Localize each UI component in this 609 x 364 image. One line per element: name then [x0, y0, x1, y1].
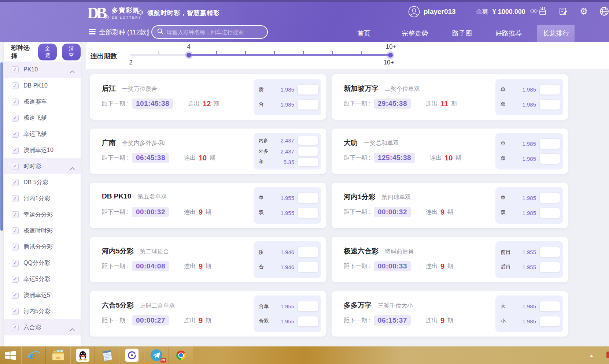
slider-handle-low[interactable]: [185, 51, 193, 59]
user-block[interactable]: player013 余额 ¥ 1000.000: [408, 6, 538, 18]
card-title-row: 多多万字 三奖千位大小: [344, 301, 413, 310]
checkbox-checked-icon[interactable]: [12, 179, 19, 186]
checkbox-checked-icon[interactable]: [12, 82, 19, 89]
bet-amount-input[interactable]: [298, 247, 318, 257]
telegram-icon[interactable]: 89: [144, 346, 169, 364]
bet-amount-input[interactable]: [298, 157, 318, 167]
chevron-up-icon[interactable]: [70, 68, 75, 75]
select-all-button[interactable]: 全选: [38, 44, 57, 60]
bet-amount-input[interactable]: [539, 138, 560, 149]
bet-amount-input[interactable]: [298, 84, 318, 95]
checkbox-checked-icon[interactable]: [12, 195, 19, 202]
internet-explorer-icon[interactable]: e: [21, 346, 46, 364]
nav-item[interactable]: 长龙排行: [537, 25, 575, 42]
sidebar-lottery-item[interactable]: 极速时时彩: [4, 223, 81, 239]
sidebar-lottery-item[interactable]: 六合彩: [4, 319, 81, 335]
checkbox-checked-icon[interactable]: [12, 244, 19, 250]
bet-amount-input[interactable]: [539, 208, 560, 218]
bet-amount-input[interactable]: [298, 208, 318, 218]
card-info-row: 距下一期 : 00:00:32 连出 9 期: [102, 207, 211, 217]
checkbox-checked-icon[interactable]: [12, 147, 19, 154]
bet-amount-input[interactable]: [539, 262, 560, 272]
sidebar-lottery-item[interactable]: 澳洲幸运10: [4, 142, 81, 158]
search-input[interactable]: [167, 29, 262, 35]
chevron-up-icon[interactable]: [70, 165, 75, 171]
chrome-icon[interactable]: [169, 346, 193, 364]
play-name: 全奖内多外多-和: [122, 140, 165, 147]
checkbox-checked-icon[interactable]: [12, 131, 19, 138]
lottery-item-label: 澳洲幸运10: [23, 146, 53, 154]
sidebar-lottery-item[interactable]: 时时彩: [4, 158, 81, 174]
slider-fill: [189, 54, 390, 56]
phone-app-icon[interactable]: [119, 346, 144, 364]
checkbox-checked-icon[interactable]: [12, 66, 19, 73]
checkbox-checked-icon[interactable]: [12, 276, 19, 283]
notepad-icon[interactable]: [95, 346, 119, 364]
checkbox-checked-icon[interactable]: [12, 292, 19, 299]
checkbox-checked-icon[interactable]: [12, 115, 19, 122]
sidebar-lottery-item[interactable]: 幸运5分彩: [4, 271, 81, 287]
sidebar-lottery-item[interactable]: 极速赛车: [4, 94, 81, 110]
checkbox-checked-icon[interactable]: [12, 260, 19, 267]
all-lotteries-label[interactable]: 全部彩种 (112款): [99, 28, 149, 37]
bet-amount-input[interactable]: [539, 84, 560, 95]
nav-item[interactable]: 完整走势: [400, 25, 429, 42]
globe-icon[interactable]: [599, 7, 609, 16]
bet-amount-input[interactable]: [298, 301, 318, 312]
qq-icon[interactable]: [70, 346, 95, 364]
sidebar-lottery-item[interactable]: 幸运飞艇: [4, 126, 81, 142]
bet-amount-input[interactable]: [298, 316, 318, 327]
start-button[interactable]: [0, 346, 21, 364]
sidebar-lottery-item[interactable]: DB 5分彩: [4, 174, 81, 190]
menu-hamburger-icon[interactable]: [89, 29, 96, 34]
sidebar-lottery-item[interactable]: 澳洲幸运5: [4, 287, 81, 303]
bet-slip-icon[interactable]: [538, 7, 547, 16]
nav-item[interactable]: 首页: [357, 25, 371, 42]
checkbox-checked-icon[interactable]: [12, 324, 19, 331]
bet-option-label: 合双: [259, 318, 274, 324]
file-explorer-icon[interactable]: [46, 346, 70, 364]
checkbox-checked-icon[interactable]: [12, 99, 19, 105]
eye-icon[interactable]: [530, 8, 538, 15]
chevron-up-icon[interactable]: [70, 326, 75, 333]
sidebar-lottery-item[interactable]: 腾讯分分彩: [4, 239, 81, 255]
bet-amount-input[interactable]: [298, 147, 318, 156]
bet-amount-input[interactable]: [298, 99, 318, 110]
search-box[interactable]: [151, 25, 268, 39]
bet-amount-input[interactable]: [539, 153, 560, 164]
record-note-icon[interactable]: [558, 7, 568, 16]
bet-amount-input[interactable]: [298, 262, 318, 272]
sidebar-scrollbar-track[interactable]: [0, 42, 3, 346]
slider-handle-high[interactable]: [387, 51, 394, 59]
checkbox-checked-icon[interactable]: [12, 163, 19, 170]
sidebar-lottery-item[interactable]: PK10: [4, 62, 81, 78]
bet-amount-input[interactable]: [539, 301, 560, 312]
sidebar-lottery-item[interactable]: 河内1分彩: [4, 190, 81, 207]
bet-amount-input[interactable]: [298, 193, 318, 203]
bet-amount-input[interactable]: [539, 316, 560, 327]
sidebar-lottery-item[interactable]: DB PK10: [4, 78, 81, 94]
gear-icon[interactable]: ⚙: [579, 7, 588, 16]
next-draw-label: 距下一期 :: [344, 263, 370, 270]
sidebar-scrollbar-thumb[interactable]: [0, 62, 3, 231]
clear-all-button[interactable]: 清空: [62, 44, 81, 60]
nav-item[interactable]: 路子图: [451, 25, 473, 42]
checkbox-checked-icon[interactable]: [12, 227, 19, 234]
checkbox-checked-icon[interactable]: [12, 211, 19, 218]
slider-tick: [158, 51, 159, 55]
bet-amount-input[interactable]: [298, 136, 318, 145]
checkbox-checked-icon[interactable]: [12, 308, 19, 315]
bet-amount-input[interactable]: [539, 247, 560, 257]
sidebar-lottery-item[interactable]: 河内5分彩: [4, 303, 81, 319]
sidebar-lottery-item[interactable]: 极速飞艇: [4, 110, 81, 126]
sidebar-lottery-item[interactable]: 幸运分分彩: [4, 207, 81, 223]
tray-notification-icon[interactable]: [606, 352, 609, 358]
sidebar-lottery-item[interactable]: QQ分分彩: [4, 255, 81, 271]
nav-item[interactable]: 好路推荐: [494, 25, 523, 42]
bet-amount-input[interactable]: [539, 99, 560, 110]
countdown-timer: 101:45:38: [132, 99, 173, 109]
lottery-name: 多多万字: [344, 301, 372, 310]
next-draw-label: 距下一期 :: [102, 100, 129, 108]
tray-expand-icon[interactable]: [589, 353, 594, 359]
bet-amount-input[interactable]: [539, 193, 560, 203]
